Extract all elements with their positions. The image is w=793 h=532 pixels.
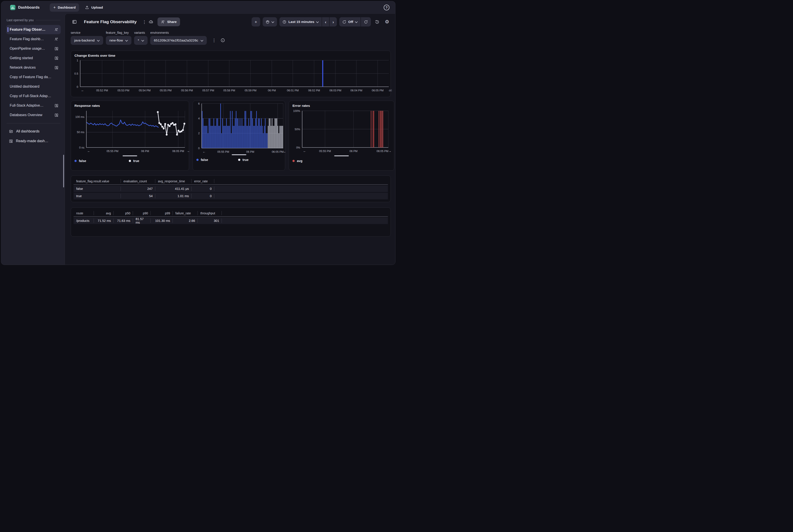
people-icon [54, 37, 58, 41]
filter-value: java-backend [74, 38, 94, 42]
chevron-down-icon [141, 39, 144, 41]
svg-text:→: → [388, 149, 391, 153]
svg-text:06:05 PM: 06:05 PM [376, 150, 389, 153]
upload-button[interactable]: Upload [81, 3, 107, 12]
filter-value: 651209c374a1f02aa2a3226c [154, 38, 198, 42]
sidebar-item-label: Copy of Full-Stack Adap… [10, 94, 58, 98]
svg-text:05:52 PM: 05:52 PM [96, 89, 108, 92]
svg-text:→: → [283, 150, 286, 153]
svg-text:06 PM: 06 PM [141, 150, 149, 153]
svg-text:05:58 PM: 05:58 PM [223, 89, 235, 92]
svg-text:06:05 PM: 06:05 PM [172, 150, 184, 153]
sidebar-footer-item[interactable]: Ready-made dash… [6, 136, 61, 146]
table-cell-filler [222, 217, 388, 224]
sidebar-item[interactable]: Copy of Full-Stack Adap… [6, 91, 61, 101]
auto-refresh-dropdown[interactable]: Off [339, 17, 361, 26]
variables-dropdown[interactable] [263, 17, 277, 26]
svg-text:05:55 PM: 05:55 PM [107, 150, 118, 153]
column-header-p50[interactable]: p50 [113, 210, 133, 217]
legend-item-avg[interactable]: avg [293, 159, 302, 163]
column-header-avg[interactable]: avg [94, 210, 113, 217]
table-cell: 71.63 ms [113, 217, 133, 224]
collapse-sidebar-button[interactable] [71, 18, 78, 25]
column-header-route[interactable]: route [74, 210, 94, 217]
sidebar-item-label: Feature Flag dashb… [10, 37, 52, 41]
clock-icon [282, 20, 287, 24]
refresh-group: Off [339, 17, 371, 26]
page-title: Feature Flag Observability [84, 19, 137, 24]
grid-icon [54, 65, 58, 70]
filter-dropdown-variants[interactable]: * [134, 36, 148, 45]
new-dashboard-button[interactable]: + Dashboard [50, 3, 79, 12]
sidebar-item[interactable]: Untitled dashboard [6, 82, 61, 91]
table-cell: 247 [121, 186, 155, 192]
sidebar-section-title: Last opened by you [7, 18, 34, 22]
home-link[interactable]: Dashboards [10, 5, 39, 10]
column-header-error_rate[interactable]: error_rate [191, 178, 214, 185]
info-icon[interactable] [220, 38, 225, 43]
sidebar-item[interactable]: Databases Overview [6, 110, 61, 120]
time-shift-back-button[interactable]: ‹ [321, 17, 329, 26]
svg-text:2: 2 [198, 132, 200, 135]
column-header-p99[interactable]: p99 [151, 210, 173, 217]
time-brush-handle[interactable] [334, 155, 349, 156]
table-cell: 1.01 ms [155, 193, 191, 200]
change-events-chart[interactable]: 10.5005:52 PM05:53 PM05:54 PM05:55 PM05:… [71, 58, 390, 93]
sidebar-item[interactable]: Full-Stack Adaptive… [6, 101, 61, 110]
sidebar-scrollbar[interactable] [63, 155, 64, 187]
panel-title: Error rates [289, 101, 394, 109]
refresh-button[interactable] [361, 17, 371, 26]
dashboard-menu-button[interactable]: ⋮ [142, 19, 147, 24]
svg-text:05:55 PM: 05:55 PM [319, 150, 331, 153]
routes-table: routeavgp50p90p99failure_ratethroughput/… [74, 210, 388, 224]
table-cell: false [74, 186, 121, 192]
sidebar-item[interactable]: Feature Flag Obser… [6, 25, 61, 34]
svg-text:1: 1 [77, 59, 78, 62]
column-header-feature_flag.result.value[interactable]: feature_flag.result.value [74, 178, 121, 185]
share-button[interactable]: Share [158, 17, 180, 26]
people-icon [54, 27, 58, 32]
svg-text:06:04 PM: 06:04 PM [351, 89, 363, 92]
column-header-avg_response_time[interactable]: avg_response_time [155, 178, 191, 185]
sidebar-item[interactable]: Copy of Feature Flag da… [6, 72, 61, 82]
table-cell-filler [214, 186, 388, 192]
error-rates-chart[interactable]: 100%50%0%05:55 PM06 PM06:05 PM←→ [289, 109, 394, 154]
column-header-failure_rate[interactable]: failure_rate [173, 210, 198, 217]
history-button[interactable] [373, 18, 381, 25]
svg-text:05:57 PM: 05:57 PM [202, 89, 214, 92]
grid-icon [54, 113, 58, 117]
gear-icon: ⚙ [385, 19, 389, 24]
svg-text:05:54 PM: 05:54 PM [139, 89, 151, 92]
legend-dot [196, 159, 199, 161]
filter-value: new-flow [109, 38, 123, 42]
sidebar-item[interactable]: OpenPipeline usage… [6, 44, 61, 53]
legend-item-false[interactable]: false [196, 158, 238, 162]
sidebar-footer-item[interactable]: All dashboards [6, 127, 61, 136]
filters-menu-button[interactable]: ⋮ [211, 38, 217, 43]
sidebar-item[interactable]: Feature Flag dashb… [6, 34, 61, 44]
filter-dropdown-service[interactable]: java-backend [71, 36, 103, 45]
filter-dropdown-environments[interactable]: 651209c374a1f02aa2a3226c [150, 36, 207, 45]
help-button[interactable]: ? [384, 5, 389, 11]
filter-dropdown-feature_flag_key[interactable]: new-flow [106, 36, 131, 45]
legend-item-true[interactable]: true [238, 158, 248, 162]
legend-item-false[interactable]: false [74, 159, 129, 163]
evaluation-counts-chart[interactable]: 642005:55 PM06 PM06:05 PM←→ [193, 101, 285, 153]
sidebar-item[interactable]: Network devices [6, 63, 61, 72]
auto-refresh-icon [342, 20, 346, 24]
sidebar-item[interactable]: Getting started [6, 53, 61, 63]
svg-text:05:55 PM: 05:55 PM [217, 150, 229, 153]
time-brush-handle[interactable] [123, 155, 137, 156]
column-header-evaluation_count[interactable]: evaluation_count [121, 178, 155, 185]
column-header-throughput[interactable]: throughput [198, 210, 222, 217]
legend-label: avg [297, 159, 302, 163]
response-rates-chart[interactable]: 100 ms50 ms0 ns05:55 PM06 PM06:05 PM←→ [71, 109, 189, 154]
legend-item-true[interactable]: true [129, 159, 139, 163]
column-header-p90[interactable]: p90 [133, 210, 151, 217]
chart-legend: falsetrue [71, 159, 189, 163]
time-shift-forward-button[interactable]: › [329, 17, 337, 26]
panel-change-events: Change Events over time 10.5005:52 PM05:… [71, 51, 391, 97]
time-range-dropdown[interactable]: Last 15 minutes [279, 17, 321, 26]
settings-button[interactable]: ⚙ [383, 18, 391, 25]
add-panel-button[interactable]: + [252, 17, 260, 26]
